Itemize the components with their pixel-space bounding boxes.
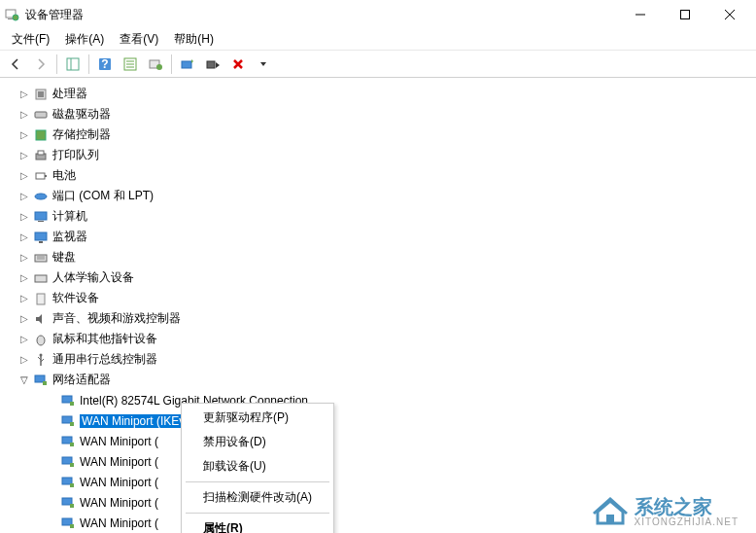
- network-adapter-icon: [60, 475, 76, 490]
- chevron-right-icon[interactable]: ▷: [17, 211, 31, 222]
- svg-rect-49: [70, 463, 74, 467]
- tree-node-mouse[interactable]: ▷鼠标和其他指针设备: [4, 329, 752, 349]
- chevron-down-icon[interactable]: ▽: [17, 374, 31, 385]
- forward-button[interactable]: [29, 53, 52, 76]
- computer-icon: [33, 209, 49, 225]
- context-menu: 更新驱动程序(P) 禁用设备(D) 卸载设备(U) 扫描检测硬件改动(A) 属性…: [181, 403, 334, 533]
- svg-rect-7: [67, 58, 79, 70]
- close-button[interactable]: [707, 0, 752, 29]
- svg-rect-46: [62, 437, 72, 444]
- svg-rect-36: [37, 294, 45, 304]
- svg-rect-25: [36, 173, 45, 179]
- chevron-right-icon[interactable]: ▷: [17, 334, 31, 344]
- device-tree[interactable]: ▷处理器 ▷磁盘驱动器 ▷存储控制器 ▷打印队列 ▷电池 ▷端口 (COM 和 …: [0, 78, 756, 533]
- chevron-right-icon[interactable]: ▷: [17, 293, 31, 303]
- chevron-right-icon[interactable]: ▷: [17, 191, 31, 201]
- tree-node-disk[interactable]: ▷磁盘驱动器: [4, 104, 752, 124]
- ctx-properties[interactable]: 属性(R): [184, 516, 331, 533]
- battery-icon: [33, 168, 49, 184]
- help-button[interactable]: ?: [93, 53, 117, 76]
- tree-node-battery[interactable]: ▷电池: [4, 165, 752, 186]
- tree-node-monitor[interactable]: ▷监视器: [4, 227, 752, 247]
- separator: [171, 54, 172, 74]
- scan-hardware-button[interactable]: [144, 53, 167, 76]
- maximize-button[interactable]: [663, 0, 707, 29]
- tree-node-network[interactable]: ▽网络适配器: [4, 370, 752, 390]
- chevron-right-icon[interactable]: ▷: [17, 129, 31, 140]
- uninstall-device-button[interactable]: [226, 53, 250, 76]
- tree-node-software[interactable]: ▷软件设备: [4, 288, 752, 308]
- svg-rect-20: [38, 91, 44, 97]
- show-tree-button[interactable]: [61, 53, 85, 76]
- network-adapter-icon: [60, 434, 76, 449]
- watermark-sub: XITONGZHIJIA.NET: [635, 516, 739, 527]
- tree-node-wan-miniport[interactable]: WAN Miniport (: [4, 431, 752, 451]
- network-adapter-icon: [60, 495, 76, 511]
- keyboard-icon: [33, 250, 49, 266]
- svg-rect-18: [207, 61, 215, 68]
- chevron-right-icon[interactable]: ▷: [17, 313, 31, 324]
- tree-node-printqueue[interactable]: ▷打印队列: [4, 145, 752, 165]
- ctx-update-driver[interactable]: 更新驱动程序(P): [184, 406, 331, 430]
- window-controls: [618, 0, 752, 29]
- svg-point-39: [40, 353, 43, 356]
- separator: [88, 54, 89, 74]
- tree-node-wan-miniport-ikev2[interactable]: WAN Miniport (IKEv2): [4, 410, 752, 431]
- tree-node-wan-miniport[interactable]: WAN Miniport (: [4, 472, 752, 492]
- svg-rect-31: [39, 241, 43, 243]
- svg-rect-41: [43, 381, 47, 385]
- chevron-right-icon[interactable]: ▷: [17, 354, 31, 365]
- ctx-uninstall-device[interactable]: 卸载设备(U): [184, 454, 331, 479]
- menu-action[interactable]: 操作(A): [57, 29, 112, 50]
- svg-point-37: [37, 336, 45, 345]
- svg-rect-29: [38, 221, 44, 222]
- chevron-right-icon[interactable]: ▷: [17, 231, 31, 242]
- minimize-button[interactable]: [618, 0, 663, 29]
- tree-node-storage[interactable]: ▷存储控制器: [4, 124, 752, 145]
- network-adapter-icon: [60, 413, 76, 429]
- svg-rect-4: [681, 11, 690, 19]
- svg-rect-52: [62, 498, 72, 505]
- separator: [56, 54, 57, 74]
- ctx-disable-device[interactable]: 禁用设备(D): [184, 430, 331, 454]
- house-icon: [592, 496, 629, 527]
- svg-rect-24: [38, 151, 44, 155]
- svg-point-16: [156, 64, 162, 70]
- tree-node-wan-miniport[interactable]: WAN Miniport (: [4, 451, 752, 472]
- menu-help[interactable]: 帮助(H): [166, 29, 222, 50]
- properties-button[interactable]: [119, 53, 142, 76]
- tree-node-usb[interactable]: ▷通用串行总线控制器: [4, 349, 752, 370]
- printer-icon: [33, 148, 49, 163]
- svg-rect-22: [36, 130, 46, 140]
- menu-view[interactable]: 查看(V): [112, 29, 166, 50]
- tree-node-intel-gigabit[interactable]: Intel(R) 82574L Gigabit Network Connecti…: [4, 390, 752, 410]
- tree-node-processor[interactable]: ▷处理器: [4, 84, 752, 104]
- dropdown-button[interactable]: [252, 53, 275, 76]
- ctx-scan-hardware[interactable]: 扫描检测硬件改动(A): [184, 485, 331, 510]
- titlebar: 设备管理器: [0, 0, 756, 29]
- software-icon: [33, 291, 49, 306]
- port-icon: [33, 189, 49, 204]
- disable-device-button[interactable]: [201, 53, 224, 76]
- tree-node-hid[interactable]: ▷人体学输入设备: [4, 267, 752, 288]
- tree-node-keyboard[interactable]: ▷键盘: [4, 247, 752, 267]
- tree-node-computer[interactable]: ▷计算机: [4, 206, 752, 227]
- svg-rect-51: [70, 483, 74, 487]
- tree-node-ports[interactable]: ▷端口 (COM 和 LPT): [4, 186, 752, 206]
- hid-icon: [33, 270, 49, 286]
- update-driver-button[interactable]: [176, 53, 199, 76]
- monitor-icon: [33, 230, 49, 245]
- chevron-right-icon[interactable]: ▷: [17, 272, 31, 283]
- storage-icon: [33, 127, 49, 143]
- network-icon: [33, 373, 49, 388]
- chevron-right-icon[interactable]: ▷: [17, 109, 31, 120]
- back-button[interactable]: [4, 53, 27, 76]
- tree-node-sound[interactable]: ▷声音、视频和游戏控制器: [4, 308, 752, 329]
- menu-file[interactable]: 文件(F): [4, 29, 57, 50]
- svg-rect-35: [35, 275, 47, 282]
- chevron-right-icon[interactable]: ▷: [17, 89, 31, 99]
- chevron-right-icon[interactable]: ▷: [17, 252, 31, 263]
- chevron-right-icon[interactable]: ▷: [17, 150, 31, 160]
- svg-rect-40: [35, 375, 45, 382]
- chevron-right-icon[interactable]: ▷: [17, 170, 31, 181]
